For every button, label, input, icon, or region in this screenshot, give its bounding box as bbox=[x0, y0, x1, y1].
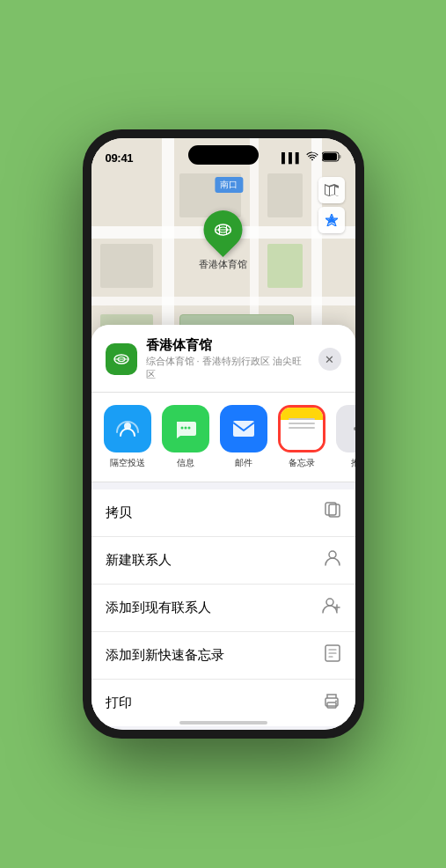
action-list: 拷贝 新建联系人 bbox=[91, 489, 355, 726]
action-copy[interactable]: 拷贝 bbox=[91, 489, 355, 537]
share-item-airdrop[interactable]: 隔空投送 bbox=[102, 405, 153, 469]
mail-label: 邮件 bbox=[235, 457, 252, 469]
action-print[interactable]: 打印 bbox=[91, 680, 355, 726]
notes-label: 备忘录 bbox=[289, 457, 315, 469]
action-new-contact[interactable]: 新建联系人 bbox=[91, 537, 355, 585]
svg-rect-1 bbox=[323, 153, 337, 160]
share-item-notes[interactable]: 备忘录 bbox=[276, 405, 327, 469]
quick-note-label: 添加到新快速备忘录 bbox=[106, 647, 224, 664]
status-icons: ▌▌▌ bbox=[281, 151, 340, 165]
copy-label: 拷贝 bbox=[106, 504, 132, 521]
phone-screen: 09:41 ▌▌▌ bbox=[91, 138, 355, 730]
location-button[interactable] bbox=[318, 207, 345, 233]
svg-rect-30 bbox=[327, 702, 336, 708]
print-label: 打印 bbox=[106, 695, 132, 711]
location-subtitle: 综合体育馆 · 香港特别行政区 油尖旺区 bbox=[146, 355, 310, 381]
close-button[interactable]: ✕ bbox=[318, 348, 341, 371]
map-type-button[interactable] bbox=[318, 177, 345, 203]
print-icon bbox=[322, 691, 341, 715]
pin-circle bbox=[195, 202, 250, 257]
notes-line-2 bbox=[289, 423, 315, 424]
share-item-mail[interactable]: 邮件 bbox=[218, 405, 269, 469]
messages-label: 信息 bbox=[177, 457, 194, 469]
notes-line-3 bbox=[289, 427, 315, 429]
svg-point-13 bbox=[184, 427, 186, 430]
pin-inner bbox=[209, 216, 238, 244]
svg-point-31 bbox=[335, 701, 337, 702]
more-icon bbox=[336, 405, 355, 452]
svg-point-12 bbox=[180, 427, 183, 430]
share-item-more[interactable]: 推荐 bbox=[334, 405, 355, 469]
svg-rect-15 bbox=[233, 421, 254, 437]
home-indicator bbox=[179, 721, 267, 725]
bottom-sheet: 香港体育馆 综合体育馆 · 香港特别行政区 油尖旺区 ✕ 隔 bbox=[91, 325, 355, 730]
copy-icon bbox=[324, 501, 341, 525]
share-item-messages[interactable]: 信息 bbox=[160, 405, 211, 469]
label-tag-text: 南口 bbox=[220, 180, 238, 189]
more-label: 推荐 bbox=[351, 457, 355, 469]
new-contact-label: 新建联系人 bbox=[106, 552, 172, 569]
signal-icon: ▌▌▌ bbox=[281, 152, 302, 163]
dynamic-island bbox=[188, 145, 259, 165]
location-name: 香港体育馆 bbox=[146, 337, 310, 354]
airdrop-icon bbox=[104, 405, 151, 452]
action-add-existing[interactable]: 添加到现有联系人 bbox=[91, 585, 355, 632]
notes-line-1 bbox=[289, 418, 315, 420]
share-row: 隔空投送 信息 bbox=[91, 393, 355, 482]
wifi-icon bbox=[306, 151, 318, 164]
svg-point-16 bbox=[354, 427, 355, 430]
notes-inner bbox=[281, 408, 323, 450]
note-icon bbox=[324, 644, 341, 667]
stadium-pin[interactable]: 香港体育馆 bbox=[199, 210, 247, 271]
messages-icon bbox=[162, 405, 209, 452]
mail-icon bbox=[220, 405, 267, 452]
person-icon bbox=[324, 548, 341, 572]
svg-point-21 bbox=[329, 551, 336, 558]
status-time: 09:41 bbox=[106, 151, 134, 165]
phone-frame: 09:41 ▌▌▌ bbox=[83, 129, 364, 739]
map-controls bbox=[318, 177, 345, 233]
notes-icon bbox=[278, 405, 325, 452]
location-header: 香港体育馆 综合体育馆 · 香港特别行政区 油尖旺区 ✕ bbox=[91, 325, 355, 393]
location-venue-icon bbox=[106, 343, 137, 375]
airdrop-label: 隔空投送 bbox=[110, 457, 145, 469]
map-label-tag: 南口 bbox=[215, 177, 243, 193]
location-text: 香港体育馆 综合体育馆 · 香港特别行政区 油尖旺区 bbox=[146, 337, 310, 381]
action-quick-note[interactable]: 添加到新快速备忘录 bbox=[91, 632, 355, 680]
svg-rect-2 bbox=[339, 155, 340, 158]
battery-icon bbox=[322, 151, 341, 165]
svg-point-14 bbox=[187, 427, 190, 430]
svg-point-22 bbox=[326, 599, 333, 606]
add-existing-label: 添加到现有联系人 bbox=[106, 600, 211, 616]
person-add-icon bbox=[322, 596, 341, 620]
stadium-label: 香港体育馆 bbox=[199, 258, 247, 271]
